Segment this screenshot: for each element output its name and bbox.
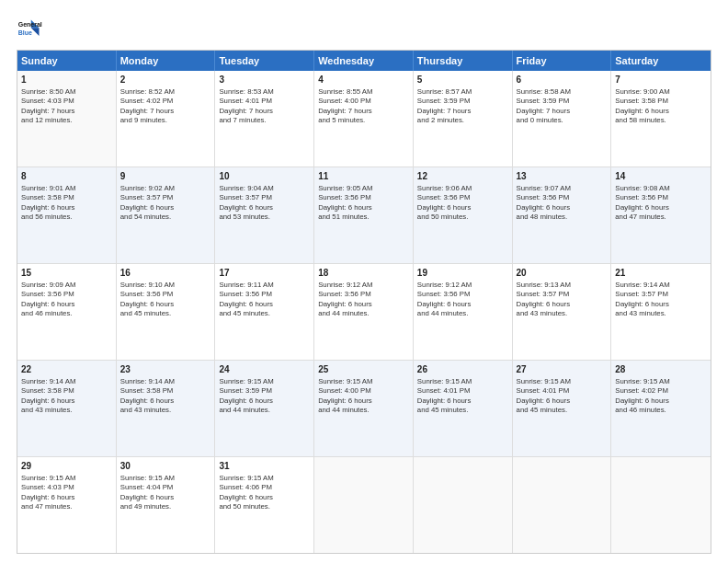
day-content: Sunrise: 8:52 AM Sunset: 4:02 PM Dayligh… — [120, 87, 211, 126]
day-content: Sunrise: 9:00 AM Sunset: 3:58 PM Dayligh… — [615, 87, 707, 126]
week-row-1: 1Sunrise: 8:50 AM Sunset: 4:03 PM Daylig… — [17, 71, 711, 167]
day-number: 27 — [517, 363, 608, 376]
cal-cell-1-2: 2Sunrise: 8:52 AM Sunset: 4:02 PM Daylig… — [117, 71, 216, 167]
cal-cell-5-1: 29Sunrise: 9:15 AM Sunset: 4:03 PM Dayli… — [17, 457, 117, 553]
cal-cell-4-5: 26Sunrise: 9:15 AM Sunset: 4:01 PM Dayli… — [414, 361, 513, 456]
day-number: 23 — [120, 363, 211, 376]
cal-cell-3-5: 19Sunrise: 9:12 AM Sunset: 3:56 PM Dayli… — [414, 264, 513, 360]
header-day-friday: Friday — [513, 51, 612, 71]
cal-cell-5-5 — [414, 457, 513, 553]
cal-cell-1-6: 6Sunrise: 8:58 AM Sunset: 3:59 PM Daylig… — [513, 71, 612, 167]
cal-cell-3-3: 17Sunrise: 9:11 AM Sunset: 3:56 PM Dayli… — [215, 264, 314, 360]
day-content: Sunrise: 9:07 AM Sunset: 3:56 PM Dayligh… — [517, 184, 608, 223]
day-content: Sunrise: 9:09 AM Sunset: 3:56 PM Dayligh… — [21, 281, 112, 319]
day-content: Sunrise: 9:13 AM Sunset: 3:57 PM Dayligh… — [517, 281, 608, 319]
header: General Blue — [17, 17, 711, 42]
day-content: Sunrise: 9:15 AM Sunset: 4:06 PM Dayligh… — [219, 474, 310, 512]
cal-cell-5-4 — [314, 457, 414, 553]
day-number: 18 — [318, 267, 409, 280]
cal-cell-2-5: 12Sunrise: 9:06 AM Sunset: 3:56 PM Dayli… — [414, 167, 513, 263]
svg-text:General: General — [18, 21, 42, 28]
cal-cell-4-1: 22Sunrise: 9:14 AM Sunset: 3:58 PM Dayli… — [17, 361, 117, 456]
day-number: 4 — [318, 74, 409, 86]
day-content: Sunrise: 9:14 AM Sunset: 3:58 PM Dayligh… — [21, 377, 112, 416]
day-content: Sunrise: 9:10 AM Sunset: 3:56 PM Dayligh… — [120, 281, 211, 319]
day-content: Sunrise: 9:15 AM Sunset: 4:04 PM Dayligh… — [120, 474, 211, 512]
logo-icon: General Blue — [17, 17, 42, 42]
cal-cell-5-7 — [611, 457, 711, 553]
header-day-thursday: Thursday — [414, 51, 513, 71]
day-content: Sunrise: 9:15 AM Sunset: 4:01 PM Dayligh… — [417, 377, 508, 416]
day-content: Sunrise: 8:55 AM Sunset: 4:00 PM Dayligh… — [318, 87, 409, 126]
cal-cell-3-1: 15Sunrise: 9:09 AM Sunset: 3:56 PM Dayli… — [17, 264, 117, 360]
cal-cell-4-6: 27Sunrise: 9:15 AM Sunset: 4:01 PM Dayli… — [513, 361, 612, 456]
week-row-3: 15Sunrise: 9:09 AM Sunset: 3:56 PM Dayli… — [17, 264, 711, 361]
cal-cell-2-6: 13Sunrise: 9:07 AM Sunset: 3:56 PM Dayli… — [513, 167, 612, 263]
day-number: 10 — [219, 170, 310, 183]
cal-cell-2-4: 11Sunrise: 9:05 AM Sunset: 3:56 PM Dayli… — [314, 167, 414, 263]
day-number: 9 — [120, 170, 211, 183]
day-number: 1 — [21, 74, 112, 86]
day-content: Sunrise: 9:15 AM Sunset: 3:59 PM Dayligh… — [219, 377, 310, 416]
day-content: Sunrise: 8:57 AM Sunset: 3:59 PM Dayligh… — [417, 87, 508, 126]
day-content: Sunrise: 9:08 AM Sunset: 3:56 PM Dayligh… — [615, 184, 707, 223]
cal-cell-2-3: 10Sunrise: 9:04 AM Sunset: 3:57 PM Dayli… — [215, 167, 314, 263]
calendar-body: 1Sunrise: 8:50 AM Sunset: 4:03 PM Daylig… — [17, 71, 711, 553]
cal-cell-4-7: 28Sunrise: 9:15 AM Sunset: 4:02 PM Dayli… — [611, 361, 711, 456]
day-content: Sunrise: 9:01 AM Sunset: 3:58 PM Dayligh… — [21, 184, 112, 223]
day-number: 21 — [615, 267, 707, 280]
header-day-saturday: Saturday — [611, 51, 711, 71]
header-day-wednesday: Wednesday — [314, 51, 414, 71]
cal-cell-5-2: 30Sunrise: 9:15 AM Sunset: 4:04 PM Dayli… — [117, 457, 216, 553]
cal-cell-3-7: 21Sunrise: 9:14 AM Sunset: 3:57 PM Dayli… — [611, 264, 711, 360]
day-number: 29 — [21, 460, 112, 473]
svg-text:Blue: Blue — [18, 29, 32, 36]
cal-cell-3-2: 16Sunrise: 9:10 AM Sunset: 3:56 PM Dayli… — [117, 264, 216, 360]
logo: General Blue — [17, 17, 42, 42]
day-content: Sunrise: 9:12 AM Sunset: 3:56 PM Dayligh… — [417, 281, 508, 319]
header-day-sunday: Sunday — [17, 51, 117, 71]
cal-cell-5-3: 31Sunrise: 9:15 AM Sunset: 4:06 PM Dayli… — [215, 457, 314, 553]
day-number: 13 — [517, 170, 608, 183]
day-content: Sunrise: 9:02 AM Sunset: 3:57 PM Dayligh… — [120, 184, 211, 223]
cal-cell-4-2: 23Sunrise: 9:14 AM Sunset: 3:58 PM Dayli… — [117, 361, 216, 456]
day-number: 17 — [219, 267, 310, 280]
day-content: Sunrise: 9:12 AM Sunset: 3:56 PM Dayligh… — [318, 281, 409, 319]
day-content: Sunrise: 9:15 AM Sunset: 4:03 PM Dayligh… — [21, 474, 112, 512]
week-row-4: 22Sunrise: 9:14 AM Sunset: 3:58 PM Dayli… — [17, 361, 711, 457]
day-content: Sunrise: 8:58 AM Sunset: 3:59 PM Dayligh… — [517, 87, 608, 126]
day-number: 11 — [318, 170, 409, 183]
day-content: Sunrise: 9:15 AM Sunset: 4:00 PM Dayligh… — [318, 377, 409, 416]
cal-cell-2-1: 8Sunrise: 9:01 AM Sunset: 3:58 PM Daylig… — [17, 167, 117, 263]
day-content: Sunrise: 9:15 AM Sunset: 4:02 PM Dayligh… — [615, 377, 707, 416]
day-number: 19 — [417, 267, 508, 280]
cal-cell-4-4: 25Sunrise: 9:15 AM Sunset: 4:00 PM Dayli… — [314, 361, 414, 456]
week-row-5: 29Sunrise: 9:15 AM Sunset: 4:03 PM Dayli… — [17, 457, 711, 553]
calendar: SundayMondayTuesdayWednesdayThursdayFrid… — [17, 50, 711, 554]
day-number: 3 — [219, 74, 310, 86]
day-number: 26 — [417, 363, 508, 376]
cal-cell-1-4: 4Sunrise: 8:55 AM Sunset: 4:00 PM Daylig… — [314, 71, 414, 167]
cal-cell-1-7: 7Sunrise: 9:00 AM Sunset: 3:58 PM Daylig… — [611, 71, 711, 167]
day-number: 14 — [615, 170, 707, 183]
cal-cell-1-3: 3Sunrise: 8:53 AM Sunset: 4:01 PM Daylig… — [215, 71, 314, 167]
cal-cell-3-6: 20Sunrise: 9:13 AM Sunset: 3:57 PM Dayli… — [513, 264, 612, 360]
day-number: 28 — [615, 363, 707, 376]
day-number: 20 — [517, 267, 608, 280]
page: General Blue SundayMondayTuesdayWednesda… — [0, 0, 728, 563]
calendar-header: SundayMondayTuesdayWednesdayThursdayFrid… — [17, 51, 711, 71]
day-number: 5 — [417, 74, 508, 86]
day-number: 16 — [120, 267, 211, 280]
day-number: 8 — [21, 170, 112, 183]
day-number: 25 — [318, 363, 409, 376]
day-content: Sunrise: 9:15 AM Sunset: 4:01 PM Dayligh… — [517, 377, 608, 416]
day-number: 15 — [21, 267, 112, 280]
day-content: Sunrise: 9:11 AM Sunset: 3:56 PM Dayligh… — [219, 281, 310, 319]
cal-cell-4-3: 24Sunrise: 9:15 AM Sunset: 3:59 PM Dayli… — [215, 361, 314, 456]
day-content: Sunrise: 9:14 AM Sunset: 3:58 PM Dayligh… — [120, 377, 211, 416]
day-content: Sunrise: 8:53 AM Sunset: 4:01 PM Dayligh… — [219, 87, 310, 126]
cal-cell-2-7: 14Sunrise: 9:08 AM Sunset: 3:56 PM Dayli… — [611, 167, 711, 263]
day-number: 30 — [120, 460, 211, 473]
cal-cell-3-4: 18Sunrise: 9:12 AM Sunset: 3:56 PM Dayli… — [314, 264, 414, 360]
day-content: Sunrise: 9:14 AM Sunset: 3:57 PM Dayligh… — [615, 281, 707, 319]
